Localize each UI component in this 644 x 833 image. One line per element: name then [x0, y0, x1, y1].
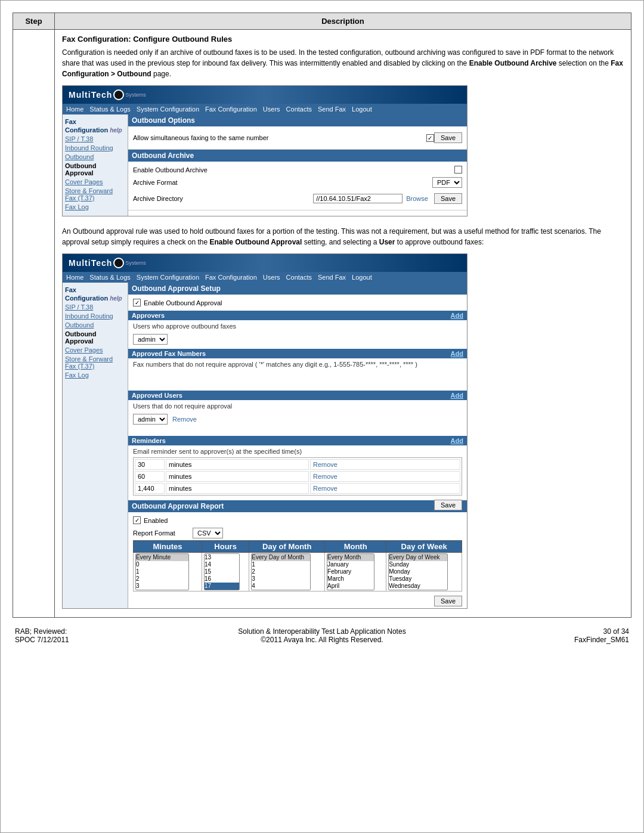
- minutes-select[interactable]: Every Minute 0 1 2 3: [135, 553, 189, 590]
- sidebar2-inbound[interactable]: Inbound Routing: [65, 312, 125, 320]
- dom-select[interactable]: Every Day of Month 1 2 3 4: [251, 553, 311, 590]
- nav-sysconfig[interactable]: System Configuration: [137, 106, 199, 113]
- screenshot1-box: MultiTech Systems Home St: [62, 85, 467, 216]
- enable-archive-label: Enable Outbound Archive: [133, 166, 454, 174]
- nav2-faxconfig[interactable]: Fax Configuration: [205, 274, 257, 281]
- nav-sendfax[interactable]: Send Fax: [318, 106, 346, 113]
- approvers-title: Approvers: [132, 312, 165, 319]
- approved-users-header-row: Approved Users Add: [128, 391, 467, 400]
- sidebar2-store[interactable]: Store & Forward Fax (T.37): [65, 355, 125, 370]
- approved-fax-section: Fax numbers that do not require approval…: [128, 358, 467, 391]
- enable-approval-checkbox[interactable]: [133, 299, 141, 306]
- sidebar1-store[interactable]: Store & Forward Fax (T.37): [65, 187, 125, 202]
- main-panel1: Outbound Options Allow simultaneous faxi…: [128, 114, 467, 216]
- approved-users-desc: Users that do not require approval: [133, 402, 462, 410]
- footer-center1: Solution & Interoperability Test Lab App…: [219, 627, 424, 636]
- approvers-add-link[interactable]: Add: [451, 312, 463, 319]
- reminders-save-btn[interactable]: Save: [434, 500, 462, 510]
- mt-logo-text: MultiTech: [69, 90, 112, 100]
- sidebar1-outbound[interactable]: Outbound: [65, 153, 125, 160]
- middle-text3: to approve outbound faxes:: [395, 238, 484, 246]
- sidebar1-outbound-approval[interactable]: Outbound Approval: [65, 162, 125, 176]
- sidebar2-title: Fax: [65, 286, 125, 293]
- nav2-home[interactable]: Home: [66, 274, 83, 281]
- mt-logo-dot2: [113, 258, 124, 268]
- outbound-archive-bar: Outbound Archive: [128, 150, 467, 162]
- desc-header: Description: [55, 13, 631, 30]
- minutes-cell: Every Minute 0 1 2 3: [134, 553, 202, 592]
- intro-bold1: Enable Outbound Archive: [469, 59, 557, 67]
- report-save-btn[interactable]: Save: [434, 596, 462, 606]
- footer-right: 30 of 34 FaxFinder_SM61: [425, 627, 629, 644]
- remove-user-link[interactable]: Remove: [172, 416, 197, 423]
- remove-reminder-3[interactable]: Remove: [313, 485, 338, 492]
- sidebar2-cover[interactable]: Cover Pages: [65, 346, 125, 354]
- nav2-logout[interactable]: Logout: [352, 274, 372, 281]
- main-table: Step Description Fax Configuration: Conf…: [13, 13, 631, 618]
- mt-logo-text2: MultiTech: [69, 258, 112, 268]
- reminder-row-1: 30 minutes Remove: [135, 459, 460, 470]
- nav2-contacts[interactable]: Contacts: [286, 274, 312, 281]
- middle-paragraph: An Outbound approval rule was used to ho…: [62, 226, 624, 247]
- report-format-select[interactable]: CSV: [193, 528, 223, 538]
- archive-format-select[interactable]: PDF: [432, 177, 462, 188]
- save-btn2[interactable]: Save: [434, 193, 462, 204]
- nav-home[interactable]: Home: [66, 106, 83, 113]
- approved-fax-add-link[interactable]: Add: [451, 350, 463, 357]
- report-enabled-checkbox[interactable]: [133, 516, 141, 524]
- reminder-row-2: 60 minutes Remove: [135, 471, 460, 482]
- approved-users-add-link[interactable]: Add: [451, 392, 463, 399]
- reminders-title: Reminders: [132, 437, 166, 444]
- dow-select[interactable]: Every Day of Week Sunday Monday Tuesday …: [388, 553, 448, 590]
- approved-users-spacing: [133, 426, 462, 433]
- nav-bar2: Home Status & Logs System Configuration …: [63, 272, 467, 283]
- nav-users[interactable]: Users: [263, 106, 280, 113]
- sidebar2-sip[interactable]: SIP / T.38: [65, 304, 125, 311]
- sidebar2-faxlog[interactable]: Fax Log: [65, 371, 125, 379]
- browse-link[interactable]: Browse: [406, 195, 428, 202]
- sidebar1-title: Fax: [65, 118, 125, 125]
- archive-dir-input[interactable]: [313, 194, 402, 203]
- nav-status[interactable]: Status & Logs: [89, 106, 131, 113]
- nav2-sendfax[interactable]: Send Fax: [318, 274, 346, 281]
- schedule-row: Every Minute 0 1 2 3: [134, 553, 462, 592]
- approved-user-select[interactable]: admin: [133, 414, 168, 425]
- nav-logout[interactable]: Logout: [352, 106, 372, 113]
- reminders-add-link[interactable]: Add: [451, 437, 463, 444]
- remove-reminder-2[interactable]: Remove: [313, 473, 338, 480]
- archive-format-row: Archive Format PDF: [133, 175, 462, 190]
- sidebar2-outbound[interactable]: Outbound: [65, 321, 125, 329]
- sidebar1-sip[interactable]: SIP / T.38: [65, 135, 125, 143]
- approved-user-row: admin Remove: [133, 412, 462, 426]
- save-btn1[interactable]: Save: [434, 132, 462, 143]
- approved-fax-header-row: Approved Fax Numbers Add: [128, 349, 467, 358]
- nav2-status[interactable]: Status & Logs: [89, 274, 131, 281]
- allow-checkbox[interactable]: [426, 134, 434, 142]
- nav-faxconfig[interactable]: Fax Configuration: [205, 106, 257, 113]
- sidebar2-outbound-approval[interactable]: Outbound Approval: [65, 330, 125, 345]
- approved-fax-title: Approved Fax Numbers: [132, 350, 206, 357]
- remove-reminder-1[interactable]: Remove: [313, 461, 338, 468]
- approver-select[interactable]: admin: [133, 334, 168, 345]
- col-month: Month: [325, 541, 386, 553]
- reminders-desc: Email reminder sent to approver(s) at th…: [133, 448, 462, 455]
- nav-contacts[interactable]: Contacts: [286, 106, 312, 113]
- approved-fax-empty: [133, 370, 462, 388]
- nav2-users[interactable]: Users: [263, 274, 280, 281]
- sidebar1-faxlog[interactable]: Fax Log: [65, 203, 125, 210]
- mt-header2: MultiTech Systems: [63, 254, 467, 272]
- sidebar1-inbound[interactable]: Inbound Routing: [65, 144, 125, 151]
- hours-select[interactable]: 13 14 15 16 17: [204, 553, 240, 590]
- footer-right1: 30 of 34: [425, 627, 629, 636]
- month-select[interactable]: Every Month January February March April: [327, 553, 374, 590]
- middle-bold2: User: [379, 238, 395, 246]
- dom-cell: Every Day of Month 1 2 3 4: [249, 553, 325, 592]
- approvers-section: Users who approve outbound faxes admin: [128, 320, 467, 349]
- approver-select-row: admin: [133, 332, 462, 346]
- reminders-table: 30 minutes Remove 60 minutes Remove: [133, 457, 462, 496]
- reminder-unit-3: minutes: [166, 483, 309, 494]
- nav2-sysconfig[interactable]: System Configuration: [137, 274, 199, 281]
- sidebar1-cover[interactable]: Cover Pages: [65, 178, 125, 185]
- enable-approval-row: Enable Outbound Approval: [133, 297, 462, 308]
- enable-archive-checkbox[interactable]: [454, 166, 462, 174]
